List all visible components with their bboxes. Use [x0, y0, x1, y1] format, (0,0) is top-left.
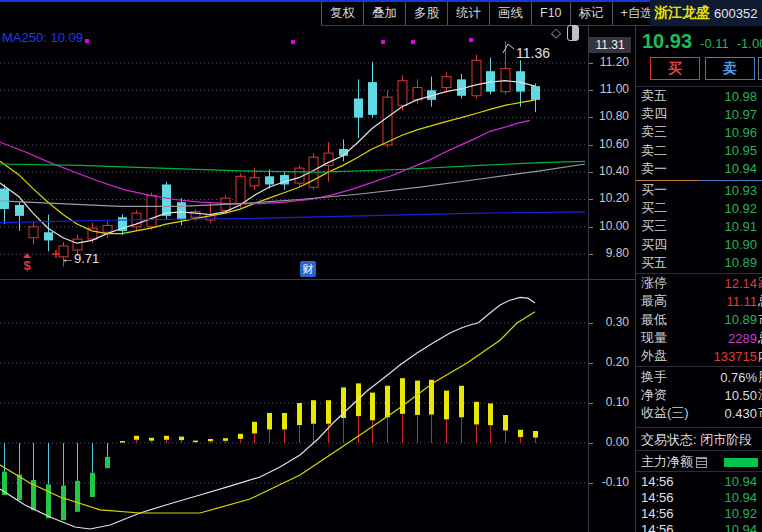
stat-value: 133715: [714, 349, 757, 364]
chart-border: [588, 26, 589, 532]
bid-row[interactable]: 买五10.89: [636, 254, 762, 272]
tick-price: 10.94: [724, 490, 757, 505]
axis-label: 10.40: [599, 164, 629, 178]
axis-label: 0.20: [606, 355, 629, 369]
ask-price: 10.95: [724, 143, 757, 158]
tick-time: 14:56: [641, 522, 674, 532]
axis-tick: [589, 63, 593, 64]
stat-value: 2289: [728, 331, 757, 346]
tick-row: 14:5610.94: [636, 522, 762, 532]
buy-button[interactable]: 买: [650, 57, 700, 80]
bid-row[interactable]: 买四10.90: [636, 236, 762, 254]
current-price: 10.93: [642, 30, 692, 53]
main-force-row: 主力净额: [636, 453, 762, 471]
bid-label: 买五: [641, 254, 667, 272]
toolbar-button[interactable]: 统计: [448, 2, 490, 25]
stat-label: 收益(三): [641, 404, 689, 422]
separator: [636, 366, 762, 367]
bid-price: 10.93: [724, 183, 757, 198]
ask-price: 10.98: [724, 89, 757, 104]
stat-row: 换手0.76%股: [636, 368, 762, 386]
bid-row[interactable]: 买三10.91: [636, 217, 762, 235]
tick-price: 10.94: [724, 522, 757, 532]
clipped-fragment: 总: [758, 292, 762, 310]
axis-label: 9.80: [606, 246, 629, 260]
ask-row[interactable]: 卖五10.98: [636, 87, 762, 105]
stat-row: 最低10.89市: [636, 311, 762, 329]
tick-row: 14:5610.92: [636, 505, 762, 521]
tick-time: 14:56: [641, 506, 674, 521]
axis-label: 10.60: [599, 137, 629, 151]
toolbar-button[interactable]: 复权: [322, 2, 364, 25]
low-annotation: ←9.71: [61, 251, 99, 266]
axis-cursor-label: 11.31: [589, 37, 631, 53]
axis-tick: [589, 403, 593, 404]
stat-label: 最高: [641, 292, 667, 310]
clipped-fragment: 总: [758, 329, 762, 347]
stat-row: 最高11.11总: [636, 292, 762, 310]
stat-label: 净资: [641, 386, 667, 404]
axis-label: 10.20: [599, 191, 629, 205]
axis-tick: [589, 443, 593, 444]
indicator-chart[interactable]: [0, 280, 588, 532]
ask-row[interactable]: 卖四10.97: [636, 105, 762, 123]
bid-label: 买四: [641, 236, 667, 254]
axis-tick: [589, 363, 593, 364]
toolbar-button[interactable]: 叠加: [364, 2, 406, 25]
axis-label: 0.30: [606, 315, 629, 329]
stat-row: 现量2289总: [636, 329, 762, 347]
ask-row[interactable]: 卖一10.94: [636, 160, 762, 178]
ask-label: 卖一: [641, 160, 667, 178]
bid-price: 10.91: [724, 219, 757, 234]
tick-price: 10.94: [724, 474, 757, 489]
clipped-fragment: 内: [758, 347, 762, 365]
tick-row: 14:5610.94: [636, 473, 762, 489]
bid-row[interactable]: 买一10.93: [636, 181, 762, 199]
price-change: -0.11: [700, 36, 729, 51]
main-force-bar: [724, 458, 758, 467]
axis-label: 10.80: [599, 109, 629, 123]
main-candlestick-chart[interactable]: [0, 27, 588, 270]
price-row: 10.93 -0.11 -1.00%: [642, 30, 762, 53]
toolbar-button[interactable]: F10: [532, 2, 571, 25]
tick-time: 14:56: [641, 490, 674, 505]
tick-row: 14:5610.94: [636, 489, 762, 505]
axis-tick: [589, 145, 593, 146]
stat-value: 10.89: [724, 312, 757, 327]
axis-tick: [589, 90, 593, 91]
tick-price: 10.92: [724, 506, 757, 521]
stat-value: 0.76%: [720, 370, 757, 385]
stats-block-2: 换手0.76%股净资10.50流收益(三)0.430市: [636, 368, 762, 423]
bid-row[interactable]: 买二10.92: [636, 199, 762, 217]
ask-row[interactable]: 卖二10.95: [636, 142, 762, 160]
price-change-percent: -1.00%: [737, 36, 762, 51]
trading-status: 交易状态: 闭市阶段: [636, 431, 762, 449]
high-annotation: 11.36: [516, 45, 550, 61]
separator: [636, 471, 762, 472]
axis-tick: [589, 199, 593, 200]
clipped-button[interactable]: [758, 57, 762, 80]
separator: [636, 450, 762, 451]
dollar-marker: $: [21, 258, 33, 273]
stat-label: 涨停: [641, 274, 667, 292]
stat-label: 最低: [641, 311, 667, 329]
stat-label: 外盘: [641, 347, 667, 365]
ask-label: 卖四: [641, 105, 667, 123]
axis-tick: [589, 323, 593, 324]
cai-badge[interactable]: 财: [300, 261, 316, 277]
bid-label: 买一: [641, 181, 667, 199]
axis-tick: [589, 227, 593, 228]
clipped-fragment: 市: [758, 311, 762, 329]
ask-price: 10.94: [724, 161, 757, 176]
toolbar-button[interactable]: 画线: [490, 2, 532, 25]
list-icon[interactable]: [696, 457, 707, 468]
stat-value: 11.11: [726, 294, 757, 309]
axis-tick: [589, 483, 593, 484]
stat-label: 换手: [641, 368, 667, 386]
sell-button[interactable]: 卖: [705, 57, 755, 80]
bid-price: 10.89: [724, 255, 757, 270]
toolbar-button[interactable]: 多股: [406, 2, 448, 25]
axis-label: 0.10: [606, 395, 629, 409]
axis-tick: [589, 117, 593, 118]
ask-row[interactable]: 卖三10.96: [636, 123, 762, 141]
